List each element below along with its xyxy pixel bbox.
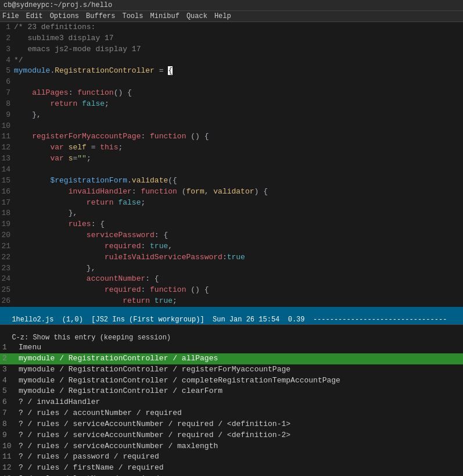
completion-item[interactable]: 4 mymodule / RegistrationController / co…: [0, 375, 463, 386]
code-line: 10: [0, 121, 463, 132]
completion-item[interactable]: 11 ? / rules / password / required: [0, 452, 463, 463]
menu-options[interactable]: Options: [50, 12, 79, 20]
code-line: 17 return false;: [0, 198, 463, 209]
code-line: 2 sublime3 display 17: [0, 33, 463, 44]
code-line: 1 /* 23 definitions:: [0, 22, 463, 33]
menu-tools[interactable]: Tools: [122, 12, 143, 20]
completion-item[interactable]: 6 ? / invalidHandler: [0, 397, 463, 408]
code-line: 20 servicePassword: {: [0, 230, 463, 241]
code-line: 21 required: true,: [0, 241, 463, 252]
completion-item[interactable]: 3 mymodule / RegistrationController / re…: [0, 364, 463, 375]
code-line: 26 return true;: [0, 296, 463, 307]
menu-edit[interactable]: Edit: [26, 12, 43, 20]
status-text: 1hello2.js (1,0) [JS2 Ins (First workgro…: [12, 316, 447, 324]
code-line: 7 allPages: function() {: [0, 88, 463, 99]
code-line: 5 mymodule.RegistrationController = {: [0, 66, 463, 77]
menu-bar[interactable]: File Edit Options Buffers Tools Minibuf …: [0, 11, 463, 22]
completion-item[interactable]: 13 ? / rules / lastName / required: [0, 474, 463, 476]
code-line: 12 var self = this;: [0, 142, 463, 153]
code-line: 16 invalidHandler: function (form, valid…: [0, 187, 463, 198]
completion-list[interactable]: 1 Imenu 2 mymodule / RegistrationControl…: [0, 342, 463, 476]
code-line: 14: [0, 164, 463, 176]
completion-header: 1 Imenu: [0, 342, 463, 353]
code-line: 24 accountNumber: {: [0, 274, 463, 285]
code-line: 23 },: [0, 263, 463, 274]
code-line: 11 registerForMyaccountPage: function ()…: [0, 131, 463, 142]
code-line: 13 var s="";: [0, 153, 463, 164]
completion-item[interactable]: 5 mymodule / RegistrationController / cl…: [0, 386, 463, 397]
completion-item[interactable]: 8 ? / rules / serviceAccountNumber / req…: [0, 419, 463, 430]
code-line: 19 rules: {: [0, 219, 463, 230]
code-line: 25 required: function () {: [0, 285, 463, 296]
code-line: 22 ruleIsValidServicePassword:true: [0, 252, 463, 263]
status-bar: 1hello2.js (1,0) [JS2 Ins (First workgro…: [0, 307, 463, 324]
code-line: 9 },: [0, 110, 463, 121]
completion-item-selected[interactable]: 2 mymodule / RegistrationController / al…: [0, 353, 463, 364]
completion-item[interactable]: 12 ? / rules / firstName / required: [0, 463, 463, 474]
menu-quack[interactable]: Quack: [186, 12, 207, 20]
menu-minibuf[interactable]: Minibuf: [150, 12, 179, 20]
completion-item[interactable]: 7 ? / rules / accountNumber / required: [0, 408, 463, 419]
code-line: 8 return false;: [0, 99, 463, 110]
menu-file[interactable]: File: [2, 12, 19, 20]
code-line: 18 },: [0, 208, 463, 219]
title-text: cb@sydneypc:~/proj.s/hello: [3, 1, 112, 9]
mini-buffer-text: C-z: Show this entry (keeping session): [12, 334, 171, 342]
completion-item[interactable]: 10 ? / rules / serviceAccountNumber / ma…: [0, 441, 463, 452]
code-editor[interactable]: 1 /* 23 definitions: 2 sublime3 display …: [0, 22, 463, 307]
title-bar: cb@sydneypc:~/proj.s/hello: [0, 0, 463, 11]
menu-buffers[interactable]: Buffers: [86, 12, 115, 20]
code-line: 6: [0, 77, 463, 88]
code-line: 3 emacs js2-mode display 17: [0, 44, 463, 55]
completion-item[interactable]: 9 ? / rules / serviceAccountNumber / req…: [0, 430, 463, 441]
code-line: 4 */: [0, 55, 463, 66]
mini-buffer: C-z: Show this entry (keeping session): [0, 324, 463, 342]
menu-help[interactable]: Help: [214, 12, 231, 20]
code-line: 15 $registrationForm.validate({: [0, 176, 463, 187]
